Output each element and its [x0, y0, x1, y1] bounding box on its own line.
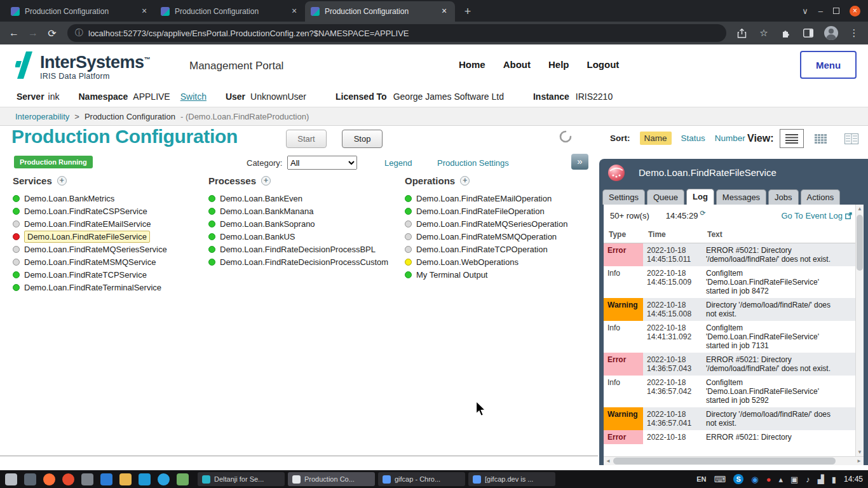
- browser-tab[interactable]: Production Configuration×: [305, 1, 455, 22]
- category-select[interactable]: All: [287, 156, 357, 170]
- panel-tab-actions[interactable]: Actions: [801, 189, 841, 205]
- keyboard-layout-icon[interactable]: ⌨: [714, 475, 726, 484]
- operation-item[interactable]: Demo.Loan.FindRateMQSeriesOperation: [405, 217, 595, 230]
- sort-option-number[interactable]: Number: [715, 133, 745, 143]
- tab-search-icon[interactable]: ∨: [802, 6, 808, 16]
- telegram-icon[interactable]: [158, 473, 170, 485]
- camera-icon[interactable]: ◉: [751, 475, 758, 484]
- service-item[interactable]: Demo.Loan.FindRateMSMQService: [13, 255, 203, 268]
- side-panel-icon[interactable]: [802, 27, 815, 39]
- view-list-button[interactable]: [780, 129, 804, 148]
- operation-item[interactable]: Demo.Loan.FindRateFileOperation: [405, 205, 595, 217]
- switch-link[interactable]: Switch: [180, 92, 207, 102]
- media-player-icon[interactable]: [62, 473, 74, 485]
- site-info-icon[interactable]: ⓘ: [75, 27, 83, 39]
- taskbar-window[interactable]: Production Co...: [288, 472, 375, 486]
- service-item[interactable]: Demo.Loan.FindRateFileService: [13, 230, 203, 243]
- scroll-left-icon[interactable]: ◄: [604, 457, 613, 465]
- legend-link[interactable]: Legend: [384, 158, 412, 168]
- process-item[interactable]: Demo.Loan.BankManana: [208, 205, 399, 217]
- taskbar-clock[interactable]: 14:45: [844, 475, 863, 484]
- panel-tab-queue[interactable]: Queue: [647, 189, 684, 205]
- service-item[interactable]: Demo.Loan.FindRateTerminalService: [13, 281, 203, 294]
- office-icon[interactable]: [177, 473, 189, 485]
- taskbar-window[interactable]: gifcap - Chro...: [378, 472, 465, 486]
- operation-item[interactable]: Demo.Loan.FindRateEMailOperation: [405, 192, 595, 205]
- service-item[interactable]: Demo.Loan.FindRateCSPService: [13, 205, 203, 217]
- taskbar-window[interactable]: Deltanji for Se...: [198, 472, 285, 486]
- network-icon[interactable]: ▟: [818, 475, 824, 484]
- panel-vertical-scrollbar[interactable]: ▲ ▼: [855, 205, 864, 456]
- forward-icon[interactable]: →: [24, 24, 42, 42]
- editor-icon[interactable]: [139, 473, 151, 485]
- app-menu-icon[interactable]: [5, 473, 17, 485]
- view-split-button[interactable]: [839, 129, 864, 148]
- maximize-icon[interactable]: [833, 8, 839, 14]
- battery-icon[interactable]: ▮: [832, 475, 836, 484]
- panel-tab-jobs[interactable]: Jobs: [768, 189, 798, 205]
- display-icon[interactable]: ▣: [790, 475, 798, 484]
- firefox-icon[interactable]: [43, 473, 55, 485]
- nav-link-help[interactable]: Help: [548, 59, 569, 70]
- scroll-down-icon[interactable]: ▼: [856, 448, 864, 456]
- operation-item[interactable]: Demo.Loan.FindRateMSMQOperation: [405, 230, 595, 243]
- panel-horizontal-scrollbar[interactable]: ◄ ►: [604, 456, 864, 465]
- nav-link-logout[interactable]: Logout: [587, 59, 620, 70]
- vertical-scroll-thumb[interactable]: [857, 215, 863, 271]
- folder-icon[interactable]: [119, 473, 132, 485]
- vscode-icon[interactable]: [100, 473, 112, 485]
- volume-icon[interactable]: ♪: [806, 475, 810, 484]
- reload-icon[interactable]: ⟳: [43, 24, 61, 42]
- menu-button[interactable]: Menu: [800, 51, 857, 79]
- tab-close-icon[interactable]: ×: [439, 6, 449, 17]
- process-item[interactable]: Demo.Loan.FindRateDecisionProcessCustom: [208, 255, 399, 268]
- nav-link-about[interactable]: About: [503, 59, 531, 70]
- back-icon[interactable]: ←: [5, 24, 23, 42]
- stop-button[interactable]: Stop: [342, 130, 383, 148]
- language-indicator[interactable]: EN: [696, 475, 706, 483]
- operation-item[interactable]: Demo.Loan.FindRateTCPOperation: [405, 243, 595, 255]
- minimize-icon[interactable]: –: [818, 6, 823, 16]
- start-button[interactable]: Start: [286, 130, 327, 148]
- service-item[interactable]: Demo.Loan.BankMetrics: [13, 192, 203, 205]
- service-item[interactable]: Demo.Loan.FindRateMQSeriesService: [13, 243, 203, 255]
- scroll-right-icon[interactable]: ►: [855, 457, 864, 465]
- go-to-event-log-link[interactable]: Go To Event Log: [781, 211, 852, 220]
- taskbar-window[interactable]: [gifcap.dev is ...: [468, 472, 555, 486]
- sort-option-name[interactable]: Name: [640, 132, 672, 145]
- breadcrumb-root-link[interactable]: Interoperability: [15, 112, 69, 121]
- production-settings-link[interactable]: Production Settings: [437, 158, 509, 168]
- sort-option-status[interactable]: Status: [681, 133, 705, 143]
- tray-expand-icon[interactable]: ▴: [778, 475, 783, 484]
- refresh-log-icon[interactable]: ⟳: [700, 209, 705, 217]
- screenshot-icon[interactable]: [81, 473, 93, 485]
- panel-tab-messages[interactable]: Messages: [716, 189, 766, 205]
- add-service-button[interactable]: +: [57, 176, 67, 186]
- horizontal-scroll-thumb[interactable]: [613, 458, 836, 464]
- operation-item[interactable]: My Terminal Output: [405, 268, 595, 281]
- extensions-icon[interactable]: [780, 27, 792, 39]
- address-bar[interactable]: ⓘ localhost:52773/csp/applive/EnsPortal.…: [67, 24, 726, 42]
- process-item[interactable]: Demo.Loan.BankEven: [208, 192, 399, 205]
- browser-tab[interactable]: Production Configuration×: [5, 1, 155, 22]
- panel-tab-log[interactable]: Log: [686, 189, 714, 205]
- process-item[interactable]: Demo.Loan.BankSoprano: [208, 217, 399, 230]
- view-grid-button[interactable]: [810, 129, 834, 148]
- file-manager-icon[interactable]: [24, 473, 36, 485]
- service-item[interactable]: Demo.Loan.FindRateTCPService: [13, 268, 203, 281]
- browser-menu-icon[interactable]: ⋮: [848, 27, 860, 39]
- close-icon[interactable]: ×: [850, 6, 860, 17]
- expand-panel-button[interactable]: »: [571, 154, 588, 170]
- share-icon[interactable]: [735, 27, 748, 39]
- new-tab-button[interactable]: +: [459, 3, 477, 20]
- service-item[interactable]: Demo.Loan.FindRateEMailService: [13, 217, 203, 230]
- add-operation-button[interactable]: +: [460, 176, 470, 186]
- tab-close-icon[interactable]: ×: [139, 6, 149, 17]
- bookmark-star-icon[interactable]: ☆: [757, 27, 770, 39]
- record-icon[interactable]: ●: [766, 475, 771, 484]
- scroll-up-icon[interactable]: ▲: [856, 205, 864, 213]
- operation-item[interactable]: Demo.Loan.WebOperations: [405, 255, 595, 268]
- profile-avatar[interactable]: [824, 26, 838, 40]
- skype-icon[interactable]: S: [733, 474, 743, 484]
- add-process-button[interactable]: +: [261, 176, 271, 186]
